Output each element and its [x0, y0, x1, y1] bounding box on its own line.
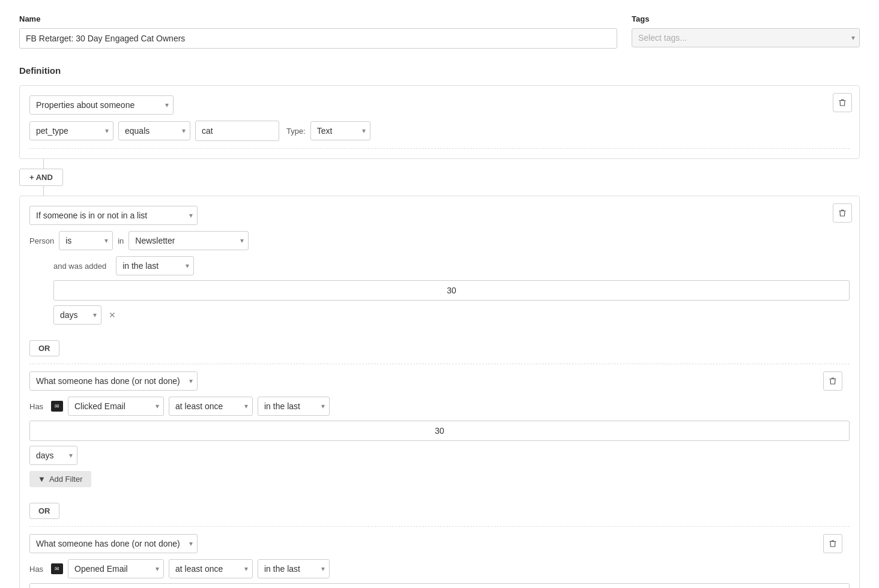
action-condition-dropdown-2[interactable]: What someone has done (or not done): [29, 534, 198, 553]
type-dropdown[interactable]: Text: [310, 121, 370, 140]
list-condition-dropdown[interactable]: If someone is in or not in a list: [29, 206, 198, 225]
freq-dropdown-1[interactable]: at least once: [169, 397, 253, 416]
condition-block-2: If someone is in or not in a list Person…: [19, 196, 860, 588]
equals-dropdown[interactable]: equals: [118, 121, 190, 140]
delete-inner-block2-button[interactable]: [823, 534, 842, 553]
and-was-label: and was added: [53, 262, 106, 271]
delete-block2-button[interactable]: [833, 203, 852, 223]
tags-select[interactable]: Select tags...: [632, 28, 860, 47]
days-input-3[interactable]: [29, 583, 850, 588]
person-label: Person: [29, 236, 54, 245]
type-label: Type:: [286, 127, 306, 136]
clicked-email-dropdown[interactable]: Clicked Email: [68, 397, 164, 416]
clear-timeframe-button[interactable]: ✕: [106, 310, 118, 320]
and-button[interactable]: + AND: [19, 169, 63, 186]
opened-email-icon: ✉: [51, 563, 63, 574]
name-label: Name: [19, 14, 617, 23]
newsletter-dropdown[interactable]: Newsletter: [128, 231, 249, 250]
timeframe-dropdown[interactable]: in the last: [116, 256, 194, 275]
or-button-inner-2[interactable]: OR: [29, 503, 59, 519]
time-dropdown-1[interactable]: in the last: [258, 397, 330, 416]
days-input-1[interactable]: [53, 280, 850, 301]
freq-dropdown-2[interactable]: at least once: [169, 559, 253, 578]
has-label-2: Has: [29, 565, 46, 574]
filter-icon-1: ▼: [38, 475, 46, 484]
value-input[interactable]: [195, 121, 279, 141]
time-dropdown-2[interactable]: in the last: [258, 559, 330, 578]
name-input[interactable]: [19, 28, 617, 49]
pet-type-dropdown[interactable]: pet_type: [29, 121, 113, 140]
or-button-inner-1[interactable]: OR: [29, 340, 59, 356]
clicked-email-icon: ✉: [51, 401, 63, 412]
delete-inner-block1-button[interactable]: [823, 371, 842, 391]
in-label: in: [118, 236, 124, 245]
days-unit-dropdown[interactable]: days: [53, 305, 101, 325]
condition-block-1: Properties about someone pet_type equals…: [19, 85, 860, 159]
tags-label: Tags: [632, 14, 860, 23]
days-input-2[interactable]: [29, 421, 850, 441]
action-condition-dropdown-1[interactable]: What someone has done (or not done): [29, 371, 198, 391]
has-label-1: Has: [29, 402, 46, 411]
is-dropdown[interactable]: is: [59, 231, 113, 250]
add-filter-button-1[interactable]: ▼ Add Filter: [29, 471, 91, 487]
delete-block1-button[interactable]: [833, 93, 852, 112]
days-unit-dropdown-2[interactable]: days: [29, 446, 77, 465]
properties-dropdown[interactable]: Properties about someone: [29, 95, 174, 115]
opened-email-dropdown[interactable]: Opened Email: [68, 559, 164, 578]
definition-label: Definition: [19, 65, 860, 76]
